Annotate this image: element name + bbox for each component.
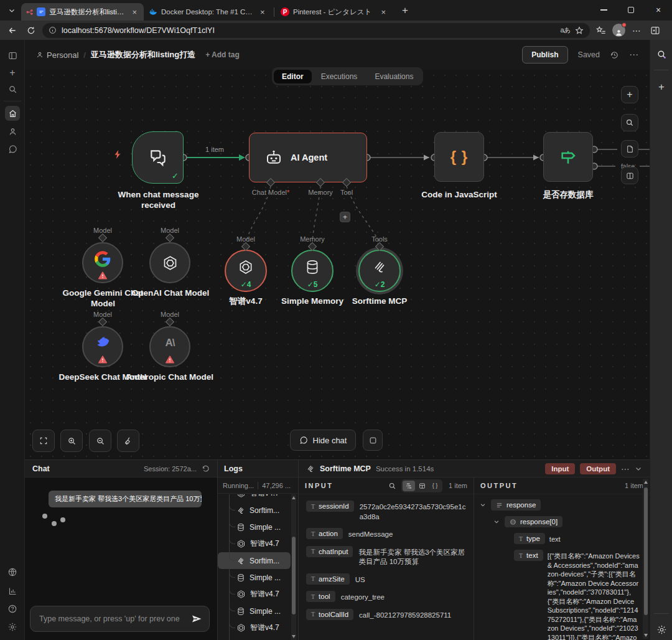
tab-close-icon[interactable]: ×	[379, 7, 388, 17]
favorites-list-icon[interactable]	[594, 23, 609, 38]
input-pill-button[interactable]: Input	[545, 463, 575, 474]
address-bar[interactable]: localhost:5678/workflow/DE7VWi1OqfT1clYI…	[42, 23, 590, 38]
sidebar-item-templates[interactable]	[6, 565, 19, 579]
subnode-anthropic[interactable]: A\	[149, 326, 190, 367]
zoom-in-button[interactable]	[60, 430, 83, 452]
sidebar-settings-icon[interactable]	[655, 623, 668, 636]
split-screen-icon[interactable]	[648, 23, 663, 38]
output-scrollbar[interactable]	[643, 479, 648, 639]
tab-close-icon[interactable]: ×	[258, 7, 267, 17]
field-chip[interactable]: TamzSite	[306, 573, 350, 585]
scroll-down-icon[interactable]	[292, 635, 296, 638]
log-row[interactable]: Simple ...	[218, 569, 298, 586]
back-button[interactable]	[5, 23, 20, 38]
schema-view-button[interactable]	[403, 481, 415, 491]
log-row[interactable]: 智谱v4.7	[218, 619, 298, 636]
field-chip[interactable]: TchatInput	[306, 546, 353, 557]
field-chip[interactable]: Ttool	[306, 591, 335, 602]
sidebar-item-personal[interactable]	[6, 125, 19, 138]
detail-menu-button[interactable]: ⋯	[621, 464, 630, 474]
window-minimize-button[interactable]	[590, 0, 617, 20]
log-row[interactable]: 智谱v4.7	[218, 586, 298, 603]
new-workflow-button[interactable]: +	[6, 66, 19, 80]
sidebar-item-chat[interactable]	[6, 142, 19, 156]
field-chip[interactable]: Taction	[306, 528, 343, 539]
output-pill-button[interactable]: Output	[580, 463, 616, 474]
workflow-canvas[interactable]: ✓ When chat message received 1 item AI A…	[25, 70, 650, 459]
panel-toggle-icon[interactable]	[6, 49, 19, 62]
scrollbar-thumb[interactable]	[644, 487, 648, 615]
hide-chat-button[interactable]: Hide chat	[290, 430, 356, 451]
expand-chevron-icon[interactable]	[493, 516, 500, 527]
avatar[interactable]	[612, 24, 625, 37]
canvas-search-button[interactable]	[621, 114, 638, 131]
field-chip[interactable]: TsessionId	[306, 501, 354, 512]
field-chip[interactable]: TtoolCallId	[306, 609, 353, 620]
node-ai-agent[interactable]: AI Agent	[249, 133, 367, 182]
subnode-simple-memory[interactable]: ✓5	[291, 250, 334, 292]
window-close-button[interactable]: ×	[645, 0, 672, 20]
site-info-icon[interactable]	[49, 26, 57, 34]
browser-tab-docker[interactable]: Docker Desktop: The #1 Container ×	[144, 3, 273, 21]
send-button[interactable]	[190, 613, 203, 625]
tidy-up-button[interactable]	[117, 430, 139, 452]
log-row[interactable]: Simple ...	[218, 603, 298, 619]
tab-evaluations[interactable]: Evaluations	[366, 70, 421, 83]
sidebar-item-settings[interactable]	[6, 620, 19, 634]
layout-panel-button[interactable]	[621, 167, 638, 184]
logs-scrollbar[interactable]	[291, 494, 296, 640]
sidebar-item-insights[interactable]	[6, 584, 19, 598]
translate-icon[interactable]: aあ	[561, 26, 570, 35]
search-icon[interactable]	[6, 82, 19, 96]
tab-executions[interactable]: Executions	[313, 70, 366, 83]
publish-button[interactable]: Publish	[522, 46, 567, 64]
window-maximize-button[interactable]	[617, 0, 645, 20]
expand-chevron-icon[interactable]	[479, 499, 487, 511]
history-button[interactable]	[610, 50, 619, 60]
reset-session-button[interactable]	[202, 464, 210, 473]
bookmark-star-icon[interactable]	[575, 26, 584, 35]
field-chip[interactable]: response[0]	[505, 516, 562, 527]
breadcrumb-project[interactable]: Personal	[36, 50, 78, 60]
node-chat-trigger[interactable]: ✓	[132, 131, 184, 184]
tab-search-button[interactable]	[4, 4, 20, 17]
log-row[interactable]: Sorftim...	[218, 502, 298, 519]
chat-input[interactable]	[39, 614, 190, 623]
add-node-button[interactable]: +	[621, 86, 638, 103]
refresh-button[interactable]	[24, 23, 39, 38]
tab-close-icon[interactable]: ×	[130, 7, 139, 17]
sticky-note-button[interactable]	[621, 140, 638, 158]
log-row[interactable]: Simple ...	[218, 519, 298, 535]
tab-editor[interactable]: Editor	[274, 70, 312, 83]
chat-session[interactable]: Session: 2572a...	[144, 465, 197, 473]
table-view-button[interactable]	[416, 481, 428, 491]
new-tab-button[interactable]: +	[398, 4, 413, 17]
url-text[interactable]: localhost:5678/workflow/DE7VWi1OqfT1clYI	[62, 26, 556, 35]
node-code[interactable]: { }	[434, 132, 484, 182]
field-chip[interactable]: Ttype	[514, 533, 545, 544]
input-search-button[interactable]	[388, 482, 396, 490]
sidebar-item-home[interactable]	[5, 106, 20, 121]
add-tag-button[interactable]: + Add tag	[205, 50, 240, 59]
scroll-down-icon[interactable]	[644, 634, 648, 637]
zoom-out-button[interactable]	[89, 430, 111, 452]
subnode-deepseek[interactable]	[82, 326, 123, 367]
add-tool-button[interactable]: +	[340, 212, 350, 222]
workflow-menu-button[interactable]: ⋯	[629, 49, 638, 60]
scrollbar-thumb[interactable]	[292, 537, 296, 614]
browser-menu-button[interactable]: ⋯	[629, 23, 644, 38]
log-row-selected[interactable]: Sorftim...	[218, 552, 291, 569]
field-chip[interactable]: response	[491, 499, 541, 511]
sidebar-add-button[interactable]: +	[655, 81, 668, 93]
sidebar-item-help[interactable]	[6, 602, 19, 616]
collapse-chevron-icon[interactable]	[635, 465, 642, 473]
subnode-openai[interactable]	[149, 242, 190, 283]
workflow-title[interactable]: 亚马逊数据分析和listing打造	[91, 49, 195, 60]
toggle-logs-button[interactable]	[363, 430, 383, 451]
browser-tab-n8n[interactable]: 亚马逊数据分析和listing打造 ×	[21, 3, 144, 21]
node-if[interactable]	[543, 132, 593, 182]
field-chip[interactable]: Ttext	[514, 550, 543, 561]
subnode-sorftime-mcp[interactable]: ✓2	[358, 250, 401, 292]
scroll-up-icon[interactable]	[644, 481, 648, 484]
subnode-gemini[interactable]	[82, 242, 123, 283]
